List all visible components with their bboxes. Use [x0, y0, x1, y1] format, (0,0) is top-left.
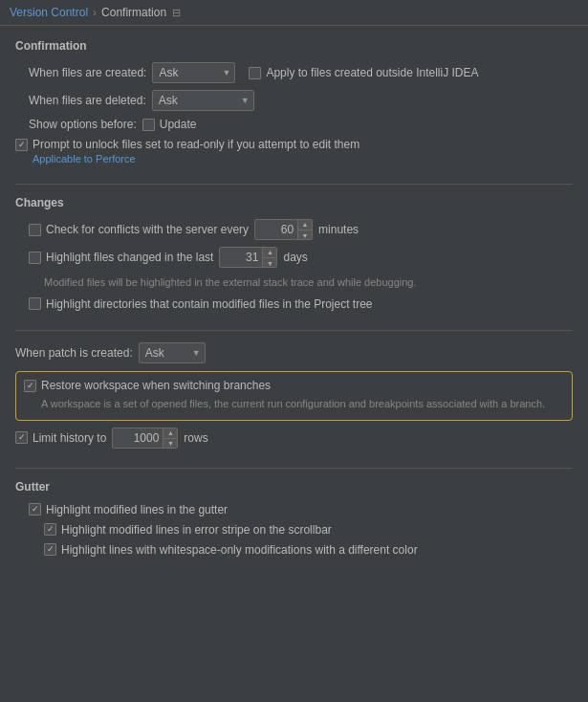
check-conflicts-spinner: ▲ ▼ — [254, 219, 313, 240]
limit-history-label: Limit history to — [33, 431, 106, 445]
files-created-select[interactable]: Ask Add Do not add — [152, 62, 235, 83]
check-conflicts-spinner-buttons: ▲ ▼ — [297, 219, 312, 240]
when-patch-select-wrap: Ask Shelve Stash ▼ — [139, 342, 206, 363]
highlight-error-stripe-checkbox[interactable]: Highlight modified lines in error stripe… — [44, 523, 332, 537]
check-conflicts-up-btn[interactable]: ▲ — [298, 219, 312, 230]
highlight-changed-checkbox[interactable] — [29, 252, 46, 264]
highlight-whitespace-row: Highlight lines with whitespace-only mod… — [15, 543, 573, 557]
highlight-changed-input[interactable] — [220, 249, 262, 266]
check-conflicts-checkbox[interactable] — [29, 224, 46, 236]
limit-history-down-btn[interactable]: ▼ — [163, 438, 177, 449]
check-conflicts-cb-box — [29, 224, 41, 236]
files-deleted-select-wrap: Ask Remove Do not remove ▼ — [152, 90, 254, 111]
when-patch-row: When patch is created: Ask Shelve Stash … — [15, 342, 573, 363]
restore-workspace-label: Restore workspace when switching branche… — [41, 379, 271, 392]
highlight-whitespace-label: Highlight lines with whitespace-only mod… — [61, 543, 418, 557]
gutter-section-title: Gutter — [15, 480, 573, 494]
restore-workspace-box: Restore workspace when switching branche… — [15, 371, 573, 421]
prompt-unlock-cb-box — [15, 139, 28, 151]
update-cb-box — [142, 119, 155, 131]
files-deleted-label: When files are deleted: — [29, 94, 146, 107]
prompt-unlock-row: Prompt to unlock files set to read-only … — [15, 138, 573, 165]
check-conflicts-row: Check for conflicts with the server ever… — [15, 219, 573, 240]
breadcrumb: Version Control › Confirmation ⊟ — [0, 0, 588, 26]
confirmation-section: Confirmation When files are created: Ask… — [15, 39, 573, 165]
breadcrumb-separator: › — [93, 6, 97, 19]
limit-history-spinner-buttons: ▲ ▼ — [163, 428, 177, 449]
highlight-changed-down-btn[interactable]: ▼ — [263, 257, 276, 268]
apply-to-files-label: Apply to files created outside IntelliJ … — [266, 66, 478, 79]
highlight-changed-cb-box — [29, 252, 41, 264]
highlight-whitespace-checkbox[interactable]: Highlight lines with whitespace-only mod… — [44, 543, 418, 557]
files-deleted-select[interactable]: Ask Remove Do not remove — [152, 90, 254, 111]
highlight-changed-label: Highlight files changed in the last — [46, 251, 213, 264]
highlight-modified-gutter-label: Highlight modified lines in the gutter — [46, 503, 228, 516]
limit-history-spinner: ▲ ▼ — [112, 428, 178, 449]
limit-history-input[interactable] — [113, 429, 163, 447]
files-deleted-row: When files are deleted: Ask Remove Do no… — [15, 90, 573, 111]
files-created-row: When files are created: Ask Add Do not a… — [15, 62, 573, 83]
files-created-label: When files are created: — [29, 66, 146, 79]
restore-workspace-cb-box — [24, 380, 36, 392]
when-patch-select[interactable]: Ask Shelve Stash — [139, 342, 206, 363]
settings-content: Confirmation When files are created: Ask… — [0, 26, 588, 585]
restore-workspace-desc: A workspace is a set of opened files, th… — [24, 396, 564, 412]
confirmation-section-title: Confirmation — [15, 39, 573, 53]
check-conflicts-unit: minutes — [318, 223, 359, 236]
highlight-changed-spinner: ▲ ▼ — [219, 247, 277, 268]
applicable-label: Applicable to Perforce — [15, 153, 136, 165]
changes-section-title: Changes — [15, 196, 573, 209]
current-page-label: Confirmation — [101, 6, 166, 19]
highlight-changed-up-btn[interactable]: ▲ — [263, 247, 276, 257]
highlight-modified-gutter-cb-box — [29, 503, 41, 516]
apply-to-files-cb-box — [249, 67, 261, 79]
update-label: Update — [160, 118, 197, 131]
highlight-changed-unit: days — [283, 251, 307, 264]
section-divider-1 — [15, 184, 573, 185]
show-options-label: Show options before: — [29, 118, 137, 131]
limit-history-checkbox[interactable]: Limit history to — [15, 431, 106, 445]
highlight-dirs-row: Highlight directories that contain modif… — [15, 297, 573, 311]
highlight-dirs-label: Highlight directories that contain modif… — [46, 297, 373, 311]
highlight-modified-gutter-checkbox[interactable]: Highlight modified lines in the gutter — [29, 503, 228, 516]
gutter-section: Gutter Highlight modified lines in the g… — [15, 480, 573, 557]
show-options-row: Show options before: Update — [15, 118, 573, 131]
when-patch-label: When patch is created: — [15, 346, 133, 360]
check-conflicts-down-btn[interactable]: ▼ — [298, 230, 312, 240]
limit-history-cb-box — [15, 431, 28, 444]
restore-workspace-checkbox[interactable]: Restore workspace when switching branche… — [24, 379, 271, 392]
update-checkbox[interactable]: Update — [142, 118, 197, 131]
highlight-whitespace-cb-box — [44, 543, 56, 556]
changes-section: Changes Check for conflicts with the ser… — [15, 196, 573, 311]
parent-nav[interactable]: Version Control — [10, 6, 88, 19]
highlight-error-stripe-label: Highlight modified lines in error stripe… — [61, 523, 332, 537]
check-conflicts-input[interactable] — [255, 221, 297, 238]
prompt-unlock-checkbox[interactable]: Prompt to unlock files set to read-only … — [15, 138, 359, 151]
files-created-select-wrap: Ask Add Do not add ▼ — [152, 62, 235, 83]
highlight-dirs-cb-box — [29, 297, 41, 310]
patch-section: When patch is created: Ask Shelve Stash … — [15, 342, 573, 449]
prompt-unlock-label: Prompt to unlock files set to read-only … — [33, 138, 359, 151]
check-conflicts-label: Check for conflicts with the server ever… — [46, 223, 249, 236]
highlight-modified-gutter-row: Highlight modified lines in the gutter — [15, 503, 573, 516]
apply-to-files-checkbox[interactable]: Apply to files created outside IntelliJ … — [249, 66, 478, 79]
highlight-changed-row: Highlight files changed in the last ▲ ▼ … — [15, 247, 573, 268]
highlight-error-stripe-cb-box — [44, 523, 56, 536]
limit-history-up-btn[interactable]: ▲ — [163, 428, 177, 438]
highlight-dirs-checkbox[interactable]: Highlight directories that contain modif… — [29, 297, 373, 311]
limit-history-row: Limit history to ▲ ▼ rows — [15, 428, 573, 449]
limit-history-unit: rows — [184, 431, 207, 445]
highlight-changed-spinner-buttons: ▲ ▼ — [262, 247, 276, 268]
section-divider-3 — [15, 468, 573, 469]
page-icon: ⊟ — [172, 7, 181, 19]
highlight-hint: Modified files will be highlighted in th… — [15, 274, 573, 291]
highlight-error-stripe-row: Highlight modified lines in error stripe… — [15, 523, 573, 537]
section-divider-2 — [15, 330, 573, 331]
